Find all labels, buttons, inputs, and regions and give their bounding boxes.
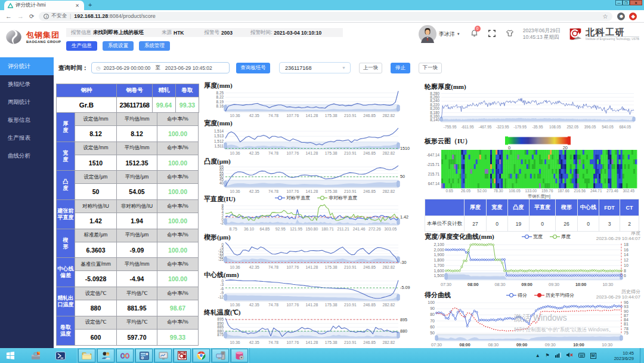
nav-production-info-button[interactable]: 生产信息 — [66, 41, 97, 51]
flatness-legend[interactable]: 对称平直度非对称平直度 — [239, 195, 394, 201]
legend-item[interactable]: 非对称平直度 — [317, 195, 357, 201]
wedge-chart[interactable]: 0-5-10-15-20-25-3010.3642.3574.78107.761… — [203, 240, 422, 270]
window-minimize-button[interactable]: — — [615, 0, 623, 5]
wt-chart-legend[interactable]: 宽度厚度 — [493, 233, 600, 240]
centerline-chart[interactable]: 0-3-6-9-12-5.0910.3642.3574.78107.76141.… — [203, 278, 422, 308]
reload-icon[interactable]: ⟳ — [29, 13, 34, 20]
baogang-logo-icon — [4, 27, 24, 47]
taskbar-users-app-icon[interactable] — [97, 349, 114, 362]
taskbar-computer-icon[interactable] — [212, 349, 229, 362]
taskbar-monitor-app-icon[interactable] — [154, 349, 172, 362]
legend-item[interactable]: 宽度 — [522, 234, 543, 239]
taskbar-clock[interactable]: 10:45 2023/6/29 — [614, 350, 634, 361]
start-button[interactable] — [2, 349, 19, 362]
header-date: 2023年06月29日 — [523, 27, 561, 34]
taskbar-server-manager-icon[interactable] — [27, 349, 44, 362]
tab-close-icon[interactable]: ✕ — [74, 3, 80, 8]
date-from-value[interactable]: 2023-06-29 00:00:00 — [103, 65, 150, 71]
stats-section-name: 中心线 偏差 — [57, 258, 75, 287]
stop-button[interactable]: 停止 — [391, 63, 410, 73]
taskbar-powershell-icon[interactable] — [52, 349, 69, 362]
sidebar-item-0[interactable]: 评分统计 — [0, 57, 54, 75]
svg-text:107.76: 107.76 — [286, 151, 299, 155]
theme-shirt-icon[interactable] — [506, 29, 514, 39]
browser-tab[interactable]: 评分统计-hmi ✕ — [4, 1, 84, 10]
alarm-bar: 报警信息 未找到即将上线的板坯 来源 HTK 报警号 2003 报警时间: 20… — [66, 28, 343, 37]
sidebar-item-5[interactable]: 曲线分析 — [0, 147, 54, 165]
tray-network-icon[interactable] — [555, 352, 561, 359]
taskbar-explorer-icon[interactable] — [78, 349, 95, 362]
next-block-button[interactable]: 下一块 — [419, 63, 442, 73]
ftemp-chart[interactable]: 87588088589089589588010.3642.3574.78107.… — [203, 315, 422, 346]
svg-text:12: 12 — [624, 258, 628, 262]
tray-expand-icon[interactable]: ▲ — [535, 353, 540, 358]
fullscreen-icon[interactable] — [488, 29, 496, 39]
legend-item[interactable]: 得分 — [506, 293, 527, 298]
nav-system-settings-button[interactable]: 系统设置 — [103, 41, 134, 51]
stats-col-finish: 精轧 — [153, 84, 176, 97]
defect-col-7: CT — [620, 199, 639, 216]
cloud-colorbar[interactable]: 020 — [504, 136, 573, 150]
cloud-heatmap[interactable]: -647.14-215.71215.71647.140.6526.0552.00… — [421, 150, 642, 201]
profile-chart[interactable]: 8,1408,1608,1808,2008,2208,2408,2608,280… — [421, 90, 642, 136]
legend-item[interactable]: 对称平直度 — [275, 195, 310, 201]
svg-text:08:00: 08:00 — [467, 282, 478, 287]
date-to-value[interactable]: 2023-06-29 10:45:02 — [165, 65, 212, 71]
stats-section-value: 100.00 — [157, 213, 199, 229]
sidebar-item-2[interactable]: 周期统计 — [0, 93, 54, 111]
tray-keyboard-icon[interactable] — [578, 353, 585, 359]
svg-text:880: 880 — [217, 329, 224, 333]
flatness-chart[interactable]: -2024681.428.7536.1064.8592.95121.95150.… — [203, 202, 422, 232]
user-caret-icon[interactable]: ▼ — [457, 32, 460, 36]
show-desktop-button[interactable] — [640, 348, 643, 363]
user-avatar[interactable] — [419, 25, 436, 43]
notification-bell[interactable]: 0 — [470, 29, 478, 39]
svg-text:带钢长度[m]: 带钢长度[m] — [528, 194, 550, 199]
browser-menu-icon[interactable]: ◆ — [629, 13, 637, 20]
stats-section-collabel: 对称均值/IU — [75, 200, 117, 213]
window-close-button[interactable]: ✕ — [630, 0, 642, 5]
legend-item[interactable]: 历史平均得分 — [534, 293, 574, 298]
browser-titlebar: 评分统计-hmi ✕ + — ❐ ✕ — [0, 0, 644, 10]
taskbar-visualstudio-icon[interactable] — [116, 349, 134, 362]
thickness-chart[interactable]: 8.168.198.228.2510.3642.3574.78107.76141… — [203, 88, 422, 119]
legend-item[interactable]: 厚度 — [550, 234, 571, 239]
stats-section-collabel: 命中率/% — [157, 287, 199, 300]
taskbar-chrome-icon[interactable] — [193, 349, 210, 362]
forward-icon[interactable]: → — [17, 13, 24, 20]
wt-chart[interactable]: 1,5001,6001,7001,8001,9002,0002,10068101… — [421, 241, 642, 290]
new-tab-button[interactable]: + — [88, 2, 92, 8]
score-chart-legend[interactable]: 得分历史平均得分 — [481, 292, 600, 299]
window-restore-button[interactable]: ❐ — [623, 0, 630, 5]
taskbar-iq-app-icon[interactable]: HMI — [174, 349, 191, 362]
convexity-chart[interactable]: 4045505560655010.3642.3574.78107.76141.2… — [203, 164, 422, 195]
user-name[interactable]: 李冰洋 — [439, 30, 455, 38]
query-slab-button[interactable]: 查询板坯号 — [236, 63, 270, 73]
taskbar-database-icon[interactable] — [231, 349, 248, 362]
query-time-label: 查询时间： — [58, 64, 88, 72]
tray-audio-muted-icon[interactable] — [566, 352, 573, 359]
back-icon[interactable]: ← — [5, 13, 12, 20]
slab-select[interactable]: 236117168 ▼ — [279, 62, 351, 73]
chart-block-thickness: 厚度(mm)8.168.198.228.2510.3642.3574.78107… — [203, 81, 422, 119]
taskbar-config-app-icon[interactable] — [135, 349, 153, 362]
stats-grade: Gr.B — [57, 97, 117, 113]
width-chart[interactable]: 1,5111,5121,5131,514151010.3642.3574.781… — [203, 126, 422, 156]
nav-system-admin-button[interactable]: 系统管理 — [139, 41, 170, 51]
tray-ime-icon[interactable]: M — [590, 353, 596, 359]
tray-flag-icon[interactable]: ⚑ — [546, 353, 550, 358]
svg-text:175.38: 175.38 — [325, 113, 338, 118]
svg-text:282.82: 282.82 — [382, 189, 395, 193]
sidebar-item-3[interactable]: 板形信息 — [0, 111, 54, 129]
bookmark-star-icon[interactable]: ☆ — [602, 13, 608, 20]
svg-text:107.76: 107.76 — [286, 265, 299, 269]
page-info-icon[interactable]: i — [44, 14, 49, 19]
sidebar-item-4[interactable]: 生产报表 — [0, 129, 54, 147]
notification-badge: 0 — [475, 26, 481, 32]
address-bar[interactable]: i 不安全 | 192.168.11.28 :8084/product/scor… — [39, 12, 612, 21]
date-range-input[interactable]: ◷ 2023-06-29 00:00:00 至 2023-06-29 10:45… — [91, 62, 230, 73]
browser-profile-icon[interactable]: ☻ — [617, 13, 625, 20]
stats-section-collabel: 设定值/mm — [75, 113, 117, 126]
sidebar-item-1[interactable]: 换辊纪录 — [0, 75, 54, 93]
prev-block-button[interactable]: 上一块 — [359, 63, 382, 73]
